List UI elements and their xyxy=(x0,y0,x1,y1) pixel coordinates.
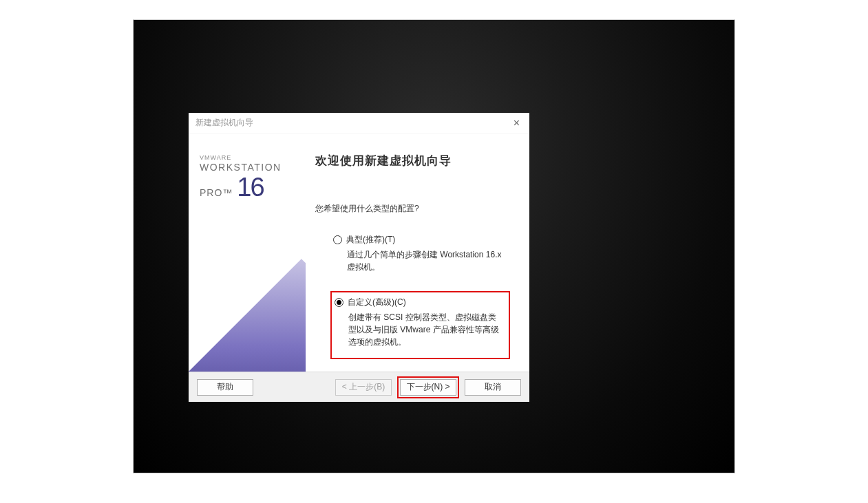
close-icon[interactable]: × xyxy=(511,117,522,129)
config-type-options: 典型(推荐)(T) 通过几个简单的步骤创建 Workstation 16.x 虚… xyxy=(311,230,522,359)
decorative-triangle xyxy=(189,241,306,372)
brand-version: 16 xyxy=(237,174,263,200)
brand-pro: PRO™ xyxy=(200,187,233,198)
wizard-button-row: 帮助 < 上一步(B) 下一步(N) > 取消 xyxy=(189,372,529,402)
cancel-button[interactable]: 取消 xyxy=(465,379,521,396)
wizard-sidebar: VMWARE WORKSTATION PRO™ 16 xyxy=(189,133,306,372)
wizard-prompt: 您希望使用什么类型的配置? xyxy=(311,203,522,215)
desktop-background: 新建虚拟机向导 × VMWARE WORKSTATION PRO™ 16 欢迎使 xyxy=(133,19,735,473)
dialog-title: 新建虚拟机向导 xyxy=(195,117,253,129)
option-description: 创建带有 SCSI 控制器类型、虚拟磁盘类型以及与旧版 VMware 产品兼容性… xyxy=(335,311,502,348)
radio-icon[interactable] xyxy=(333,235,342,244)
option-typical[interactable]: 典型(推荐)(T) 通过几个简单的步骤创建 Workstation 16.x 虚… xyxy=(330,230,510,280)
brand-vmware: VMWARE xyxy=(200,154,282,161)
product-brand: VMWARE WORKSTATION PRO™ 16 xyxy=(200,154,282,200)
dialog-titlebar: 新建虚拟机向导 × xyxy=(189,113,529,133)
next-button-highlight: 下一步(N) > xyxy=(397,376,459,398)
back-button: < 上一步(B) xyxy=(335,379,392,396)
dialog-content: VMWARE WORKSTATION PRO™ 16 欢迎使用新建虚拟机向导 您… xyxy=(189,133,529,372)
radio-icon[interactable] xyxy=(335,298,343,307)
wizard-heading: 欢迎使用新建虚拟机向导 xyxy=(311,153,522,169)
option-label: 自定义(高级)(C) xyxy=(348,297,406,308)
wizard-main: 欢迎使用新建虚拟机向导 您希望使用什么类型的配置? 典型(推荐)(T) 通过几个… xyxy=(306,133,529,372)
option-label: 典型(推荐)(T) xyxy=(346,234,395,246)
brand-workstation: WORKSTATION xyxy=(200,162,282,173)
option-custom[interactable]: 自定义(高级)(C) 创建带有 SCSI 控制器类型、虚拟磁盘类型以及与旧版 V… xyxy=(330,291,510,359)
next-button[interactable]: 下一步(N) > xyxy=(400,379,456,396)
help-button[interactable]: 帮助 xyxy=(197,379,253,396)
new-vm-wizard-dialog: 新建虚拟机向导 × VMWARE WORKSTATION PRO™ 16 欢迎使 xyxy=(189,113,529,402)
option-description: 通过几个简单的步骤创建 Workstation 16.x 虚拟机。 xyxy=(333,248,503,273)
